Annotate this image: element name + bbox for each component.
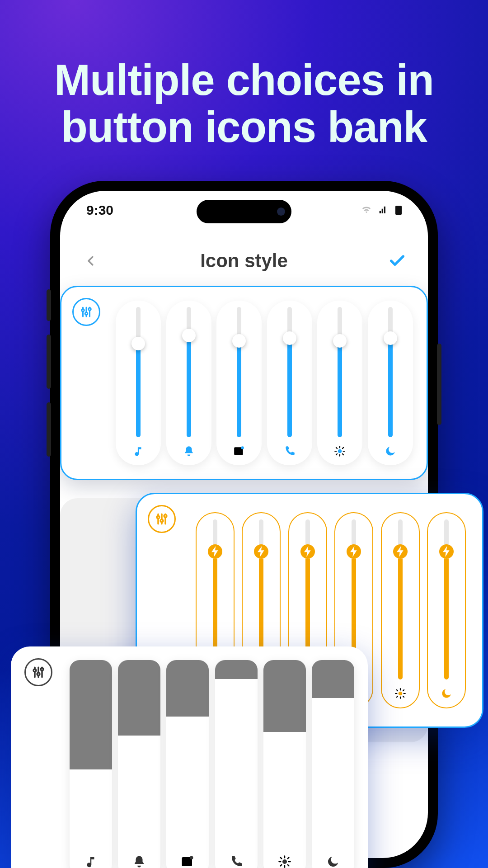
bolt-icon[interactable] bbox=[393, 544, 408, 559]
svg-point-15 bbox=[33, 669, 36, 672]
volume-slider-music[interactable] bbox=[116, 301, 161, 465]
sliders-icon bbox=[24, 658, 52, 686]
card-icon bbox=[231, 443, 247, 459]
svg-point-3 bbox=[82, 309, 84, 312]
slider-knob[interactable] bbox=[333, 334, 347, 348]
slider-knob[interactable] bbox=[182, 329, 196, 342]
music-icon bbox=[84, 849, 98, 868]
volume-bar-bell[interactable] bbox=[118, 660, 160, 868]
volume-bar-sun[interactable] bbox=[263, 660, 306, 868]
volume-slider-sun[interactable] bbox=[381, 512, 420, 708]
bolt-icon[interactable] bbox=[254, 544, 268, 559]
bolt-icon[interactable] bbox=[300, 544, 315, 559]
sun-icon bbox=[393, 686, 408, 701]
volume-bar-music[interactable] bbox=[70, 660, 112, 868]
volume-slider-moon[interactable] bbox=[368, 301, 413, 465]
promo-headline: Multiple choices in button icons bank bbox=[0, 57, 488, 150]
bolt-icon[interactable] bbox=[347, 544, 361, 559]
card-icon bbox=[181, 849, 194, 868]
slider-knob[interactable] bbox=[232, 334, 246, 348]
phone-icon bbox=[230, 849, 243, 868]
svg-point-5 bbox=[89, 308, 91, 311]
status-bar: 9:30 bbox=[60, 203, 428, 218]
volume-bar-phone[interactable] bbox=[215, 660, 258, 868]
moon-icon bbox=[383, 443, 398, 459]
signal-icon bbox=[377, 203, 389, 218]
page-title: Icon style bbox=[101, 250, 387, 272]
battery-icon bbox=[395, 206, 402, 215]
bolt-icon[interactable] bbox=[439, 544, 454, 559]
svg-point-10 bbox=[160, 519, 163, 522]
wifi-icon bbox=[360, 203, 373, 218]
music-icon bbox=[131, 443, 146, 459]
confirm-button[interactable] bbox=[387, 251, 407, 271]
phone-icon bbox=[282, 443, 297, 459]
nav-bar: Icon style bbox=[60, 241, 428, 281]
phone-side-button bbox=[437, 344, 441, 425]
slider-knob[interactable] bbox=[131, 337, 145, 350]
svg-point-16 bbox=[37, 673, 40, 675]
slider-knob[interactable] bbox=[384, 331, 397, 345]
icon-style-card-gray[interactable] bbox=[11, 646, 368, 868]
icon-style-card-blue[interactable] bbox=[60, 286, 428, 480]
svg-point-11 bbox=[164, 514, 167, 517]
back-button[interactable] bbox=[81, 251, 101, 271]
phone-side-button bbox=[47, 289, 51, 321]
sliders-icon bbox=[72, 298, 100, 326]
moon-icon bbox=[326, 849, 340, 868]
svg-point-9 bbox=[157, 516, 160, 519]
volume-slider-bell[interactable] bbox=[166, 301, 211, 465]
volume-bar-moon[interactable] bbox=[312, 660, 354, 868]
svg-point-17 bbox=[41, 668, 43, 670]
svg-point-4 bbox=[85, 312, 88, 315]
volume-slider-phone[interactable] bbox=[267, 301, 312, 465]
phone-side-button bbox=[47, 335, 51, 389]
moon-icon bbox=[439, 686, 454, 701]
volume-slider-moon[interactable] bbox=[427, 512, 466, 708]
volume-slider-sun[interactable] bbox=[317, 301, 362, 465]
sliders-icon bbox=[148, 505, 176, 533]
phone-side-button bbox=[47, 402, 51, 457]
slider-knob[interactable] bbox=[283, 331, 296, 345]
volume-bar-card[interactable] bbox=[166, 660, 209, 868]
status-time: 9:30 bbox=[86, 203, 113, 218]
volume-slider-card[interactable] bbox=[216, 301, 262, 465]
sun-icon bbox=[278, 849, 291, 868]
sun-icon bbox=[332, 443, 347, 459]
bell-icon bbox=[132, 849, 146, 868]
bell-icon bbox=[181, 443, 197, 459]
bolt-icon[interactable] bbox=[208, 544, 222, 559]
